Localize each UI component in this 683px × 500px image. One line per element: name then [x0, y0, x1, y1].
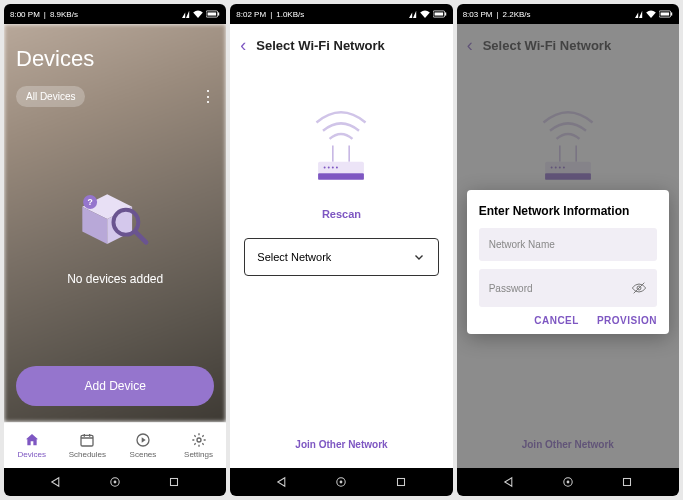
rescan-button[interactable]: Rescan — [322, 208, 361, 220]
status-time: 8:00 PM — [10, 10, 40, 19]
tab-settings[interactable]: Settings — [171, 423, 227, 468]
visibility-off-icon[interactable] — [631, 280, 647, 296]
svg-rect-1 — [208, 12, 217, 15]
tab-scenes[interactable]: Scenes — [115, 423, 171, 468]
svg-point-51 — [566, 481, 569, 484]
filter-chip-all[interactable]: All Devices — [16, 86, 85, 107]
svg-rect-10 — [81, 435, 93, 446]
nav-recent-icon[interactable] — [394, 475, 408, 489]
nav-home-icon[interactable] — [108, 475, 122, 489]
status-time: 8:03 PM — [463, 10, 493, 19]
status-bar: 8:02 PM | 1.0KB/s — [230, 4, 452, 24]
status-time: 8:02 PM — [236, 10, 266, 19]
password-field[interactable]: Password — [479, 269, 657, 307]
network-name-field[interactable]: Network Name — [479, 228, 657, 261]
nav-recent-icon[interactable] — [167, 475, 181, 489]
chevron-down-icon — [412, 250, 426, 264]
svg-rect-38 — [671, 12, 672, 15]
dialog-title: Enter Network Information — [479, 204, 657, 218]
svg-rect-23 — [445, 12, 446, 15]
svg-point-28 — [324, 167, 326, 169]
provision-button[interactable]: PROVISION — [597, 315, 657, 326]
nav-back-icon[interactable] — [49, 475, 63, 489]
status-speed: 1.0KB/s — [276, 10, 304, 19]
svg-point-16 — [197, 438, 201, 442]
android-navbar — [4, 468, 226, 496]
nav-back-icon[interactable] — [275, 475, 289, 489]
screen-select-wifi: 8:02 PM | 1.0KB/s ‹ Select Wi-Fi Network — [230, 4, 452, 496]
svg-point-34 — [340, 481, 343, 484]
svg-text:?: ? — [88, 197, 93, 207]
more-menu-icon[interactable]: ⋮ — [200, 87, 214, 106]
svg-marker-49 — [505, 478, 512, 486]
screen-devices: 8:00 PM | 8.9KB/s Devices All Devices ⋮ — [4, 4, 226, 496]
select-network-label: Select Network — [257, 251, 331, 263]
nav-recent-icon[interactable] — [620, 475, 634, 489]
svg-point-19 — [114, 481, 117, 484]
status-bar: 8:03 PM | 2.2KB/s — [457, 4, 679, 24]
svg-marker-32 — [278, 478, 285, 486]
select-network-dropdown[interactable]: Select Network — [244, 238, 438, 276]
svg-rect-22 — [434, 12, 443, 15]
page-title: Devices — [16, 46, 214, 72]
android-navbar — [230, 468, 452, 496]
svg-marker-17 — [52, 478, 59, 486]
status-speed: 8.9KB/s — [50, 10, 78, 19]
status-speed: 2.2KB/s — [503, 10, 531, 19]
bottom-nav: Devices Schedules Scenes Settings — [4, 422, 226, 468]
play-icon — [135, 432, 151, 448]
network-info-dialog: Enter Network Information Network Name P… — [467, 190, 669, 334]
nav-back-icon[interactable] — [502, 475, 516, 489]
header-title: Select Wi-Fi Network — [256, 38, 384, 53]
svg-marker-15 — [142, 437, 146, 442]
calendar-icon — [79, 432, 95, 448]
svg-line-9 — [135, 231, 146, 242]
add-device-button[interactable]: Add Device — [16, 366, 214, 406]
svg-rect-2 — [218, 12, 219, 15]
nav-home-icon[interactable] — [334, 475, 348, 489]
cancel-button[interactable]: CANCEL — [534, 315, 579, 326]
svg-rect-20 — [171, 479, 178, 486]
svg-point-29 — [328, 167, 330, 169]
svg-rect-35 — [397, 479, 404, 486]
home-icon — [24, 432, 40, 448]
tab-devices[interactable]: Devices — [4, 423, 60, 468]
svg-rect-27 — [319, 173, 365, 180]
svg-rect-37 — [661, 12, 670, 15]
empty-devices-icon: ? — [75, 188, 155, 258]
status-icons — [182, 10, 220, 18]
empty-state-text: No devices added — [67, 272, 163, 286]
screen-network-dialog: 8:03 PM | 2.2KB/s ‹ Select Wi-Fi Network — [457, 4, 679, 496]
back-button[interactable]: ‹ — [240, 35, 246, 56]
svg-point-31 — [336, 167, 338, 169]
nav-home-icon[interactable] — [561, 475, 575, 489]
svg-point-30 — [332, 167, 334, 169]
status-icons — [409, 10, 447, 18]
header: ‹ Select Wi-Fi Network — [230, 24, 452, 66]
android-navbar — [457, 468, 679, 496]
join-other-network-link[interactable]: Join Other Network — [295, 439, 387, 450]
gear-icon — [191, 432, 207, 448]
status-icons — [635, 10, 673, 18]
svg-rect-52 — [623, 479, 630, 486]
status-bar: 8:00 PM | 8.9KB/s — [4, 4, 226, 24]
tab-schedules[interactable]: Schedules — [60, 423, 116, 468]
router-icon — [291, 98, 391, 188]
